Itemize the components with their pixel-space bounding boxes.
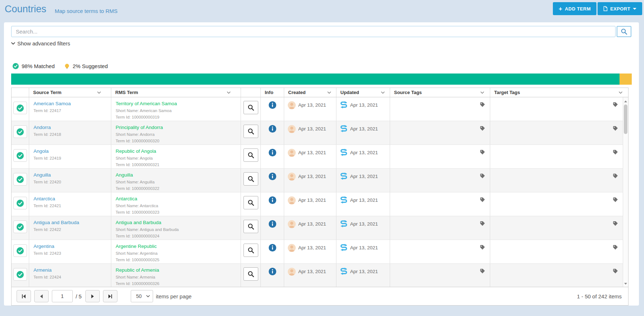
rms-term-link[interactable]: Antigua and Barbuda xyxy=(116,219,237,226)
rms-term-cell: Anguilla Short Name: Anguilla Term Id: 1… xyxy=(111,169,241,192)
rms-term-link[interactable]: Antarctica xyxy=(116,196,237,202)
info-icon[interactable] xyxy=(269,173,276,180)
search-input[interactable] xyxy=(11,26,616,37)
target-tags-button[interactable] xyxy=(613,268,618,275)
source-tags-button[interactable] xyxy=(480,126,485,133)
target-tags-button[interactable] xyxy=(613,102,618,109)
tag-icon xyxy=(480,197,485,202)
matched-status-button[interactable] xyxy=(13,197,27,209)
add-term-button[interactable]: + ADD TERM xyxy=(553,2,596,15)
sort-chevron-icon[interactable] xyxy=(227,92,231,94)
rms-term-link[interactable]: Territory of American Samoa xyxy=(116,101,237,107)
inspect-term-button[interactable] xyxy=(243,244,258,257)
scroll-thumb[interactable] xyxy=(624,104,627,134)
last-page-button[interactable] xyxy=(103,290,117,302)
info-icon[interactable] xyxy=(269,125,276,133)
rms-term-link[interactable]: Republic of Armenia xyxy=(116,267,237,273)
inspect-term-button[interactable] xyxy=(243,101,258,114)
rms-term-link[interactable]: Argentine Republic xyxy=(116,243,237,250)
sort-chevron-icon[interactable] xyxy=(381,92,385,94)
matched-status-button[interactable] xyxy=(13,244,27,257)
advanced-filters-toggle[interactable]: Show advanced filters xyxy=(11,40,70,46)
source-tags-button[interactable] xyxy=(480,268,485,275)
source-tags-button[interactable] xyxy=(480,173,485,180)
column-header-source-term[interactable]: Source Term xyxy=(29,88,111,97)
magnifier-icon xyxy=(247,199,254,206)
source-term-link[interactable]: Antigua and Barbuda xyxy=(33,219,107,226)
suggested-label: 2% Suggested xyxy=(73,63,108,69)
inspect-cell xyxy=(241,169,261,192)
info-icon[interactable] xyxy=(269,244,276,252)
scroll-up-arrow[interactable] xyxy=(623,99,628,104)
table-body: American Samoa Term Id: 22417 Territory … xyxy=(12,97,628,288)
source-tags-button[interactable] xyxy=(480,245,485,252)
inspect-term-button[interactable] xyxy=(243,172,258,186)
source-term-link[interactable]: Anguilla xyxy=(33,172,107,178)
suggested-bulb-icon xyxy=(64,63,70,69)
source-term-link[interactable]: Andorra xyxy=(33,124,107,131)
first-page-button[interactable] xyxy=(17,290,31,302)
magnifier-icon xyxy=(247,152,254,159)
source-term-link[interactable]: American Samoa xyxy=(33,101,107,107)
inspect-term-button[interactable] xyxy=(243,220,258,233)
sort-chevron-icon[interactable] xyxy=(619,92,622,94)
source-term-id: Term Id: 22422 xyxy=(33,227,107,232)
target-tags-button[interactable] xyxy=(613,173,618,180)
matched-status-button[interactable] xyxy=(13,102,27,114)
next-page-button[interactable] xyxy=(85,290,100,302)
matched-status-button[interactable] xyxy=(13,268,27,281)
matched-status-button[interactable] xyxy=(13,173,27,186)
matched-status-button[interactable] xyxy=(13,221,27,233)
rms-term-link[interactable]: Anguilla xyxy=(116,172,237,178)
sort-chevron-icon[interactable] xyxy=(480,92,484,94)
inspect-term-button[interactable] xyxy=(243,148,258,162)
inspect-term-button[interactable] xyxy=(243,125,258,138)
target-tags-button[interactable] xyxy=(613,150,618,156)
export-button[interactable]: EXPORT xyxy=(598,2,642,15)
source-term-link[interactable]: Argentina xyxy=(33,243,107,250)
source-term-link[interactable]: Angola xyxy=(33,148,107,155)
rms-term-link[interactable]: Principality of Andorra xyxy=(116,124,237,131)
source-tags-button[interactable] xyxy=(480,221,485,228)
rms-term-cell: Antarctica Short Name: Antarctica Term I… xyxy=(111,192,241,216)
inspect-term-button[interactable] xyxy=(243,267,258,281)
info-icon[interactable] xyxy=(269,149,276,156)
column-header-source-tags[interactable]: Source Tags xyxy=(390,88,490,97)
source-tags-button[interactable] xyxy=(480,150,485,156)
prev-page-button[interactable] xyxy=(34,290,49,302)
info-icon[interactable] xyxy=(269,220,276,228)
terminology-mapping-page: Countries Map source terms to RMS + ADD … xyxy=(0,0,644,316)
source-term-id: Term Id: 22418 xyxy=(33,132,107,137)
column-header-updated[interactable]: Updated xyxy=(336,88,390,97)
target-tags-button[interactable] xyxy=(613,221,618,228)
source-tags-button[interactable] xyxy=(480,197,485,204)
info-icon[interactable] xyxy=(269,268,276,275)
target-tags-button[interactable] xyxy=(613,126,618,133)
column-header-info: Info xyxy=(261,88,284,97)
chevron-down-icon xyxy=(146,295,150,297)
page-number-input[interactable] xyxy=(52,290,73,302)
sort-chevron-icon[interactable] xyxy=(97,92,101,94)
source-term-link[interactable]: Antarctica xyxy=(33,196,107,202)
updated-date: Apr 13, 2021 xyxy=(350,196,378,203)
target-tags-button[interactable] xyxy=(613,245,618,252)
matched-status-button[interactable] xyxy=(13,125,27,138)
target-tags-button[interactable] xyxy=(613,197,618,204)
column-header-created[interactable]: Created xyxy=(284,88,336,97)
info-icon[interactable] xyxy=(269,101,276,109)
column-header-target-tags[interactable]: Target Tags xyxy=(490,88,628,97)
sort-chevron-icon[interactable] xyxy=(327,92,331,94)
vertical-scrollbar[interactable] xyxy=(623,97,628,288)
scroll-down-arrow[interactable] xyxy=(623,281,628,286)
page-size-select[interactable]: 50 xyxy=(131,290,153,302)
rms-term-link[interactable]: Republic of Angola xyxy=(116,148,237,155)
source-term-link[interactable]: Armenia xyxy=(33,267,107,273)
source-tags-button[interactable] xyxy=(480,102,485,109)
search-button[interactable] xyxy=(617,26,631,37)
inspect-term-button[interactable] xyxy=(243,196,258,209)
tag-icon xyxy=(480,150,485,155)
user-avatar-icon xyxy=(288,268,296,276)
column-header-rms-term[interactable]: RMS Term xyxy=(111,88,241,97)
matched-status-button[interactable] xyxy=(13,149,27,162)
info-icon[interactable] xyxy=(269,196,276,204)
